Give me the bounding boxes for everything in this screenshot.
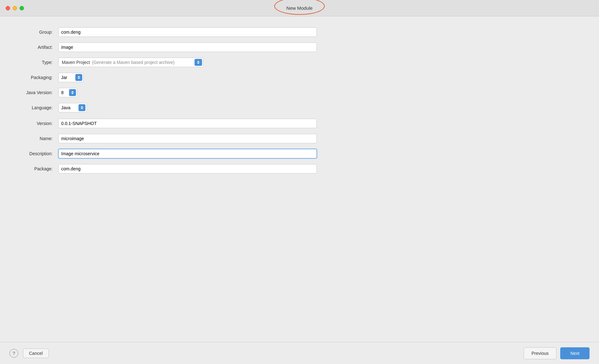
previous-button[interactable]: Previous <box>524 347 556 359</box>
description-label: Description: <box>13 151 58 156</box>
version-row: Version: <box>13 119 583 128</box>
minimize-button[interactable] <box>13 6 17 10</box>
java-version-select-container: 8 11 17 <box>58 88 77 97</box>
next-button[interactable]: Next <box>560 347 590 359</box>
new-module-dialog: New Module Group: Artifact: Type: Maven … <box>0 0 599 364</box>
artifact-label: Artifact: <box>13 45 58 50</box>
language-select-container: Java Kotlin Groovy <box>58 103 87 112</box>
traffic-lights <box>6 6 24 10</box>
package-label: Package: <box>13 166 58 171</box>
name-label: Name: <box>13 136 58 141</box>
arrow-up-icon <box>197 61 200 62</box>
packaging-label: Packaging: <box>13 75 58 80</box>
package-row: Package: <box>13 164 583 173</box>
maximize-button[interactable] <box>20 6 24 10</box>
form-content: Group: Artifact: Type: Maven Project (Ge… <box>0 16 599 342</box>
description-row: Description: <box>13 149 583 158</box>
type-sub-text: (Generate a Maven based project archive) <box>92 60 174 65</box>
packaging-row: Packaging: Jar War Pom <box>13 73 583 82</box>
artifact-row: Artifact: <box>13 43 583 52</box>
type-label: Type: <box>13 60 58 65</box>
footer: ? Cancel Previous Next <box>0 342 599 364</box>
help-button[interactable]: ? <box>9 349 18 358</box>
group-input[interactable] <box>58 27 317 37</box>
version-label: Version: <box>13 121 58 126</box>
cancel-button[interactable]: Cancel <box>23 349 49 358</box>
language-select[interactable]: Java Kotlin Groovy <box>58 103 87 112</box>
group-row: Group: <box>13 27 583 37</box>
java-version-select[interactable]: 8 11 17 <box>58 88 77 97</box>
language-row: Language: Java Kotlin Groovy <box>13 103 583 112</box>
description-input[interactable] <box>58 149 317 158</box>
footer-left: ? Cancel <box>9 349 49 358</box>
titlebar: New Module <box>0 0 599 16</box>
arrow-down-icon <box>197 63 200 64</box>
type-select-container: Maven Project (Generate a Maven based pr… <box>58 58 203 67</box>
type-select[interactable]: Maven Project (Generate a Maven based pr… <box>58 58 203 67</box>
group-label: Group: <box>13 30 58 35</box>
java-version-label: Java Version: <box>13 90 58 95</box>
type-row: Type: Maven Project (Generate a Maven ba… <box>13 58 583 67</box>
type-dropdown-arrow[interactable] <box>195 59 202 66</box>
language-label: Language: <box>13 105 58 110</box>
type-main-text: Maven Project <box>62 60 90 65</box>
package-input[interactable] <box>58 164 317 173</box>
java-version-row: Java Version: 8 11 17 <box>13 88 583 97</box>
name-row: Name: <box>13 134 583 143</box>
artifact-input[interactable] <box>58 43 317 52</box>
packaging-select[interactable]: Jar War Pom <box>58 73 84 82</box>
close-button[interactable] <box>6 6 10 10</box>
dialog-title: New Module <box>286 5 312 11</box>
footer-right: Previous Next <box>524 347 590 359</box>
name-input[interactable] <box>58 134 317 143</box>
version-input[interactable] <box>58 119 317 128</box>
packaging-select-container: Jar War Pom <box>58 73 84 82</box>
